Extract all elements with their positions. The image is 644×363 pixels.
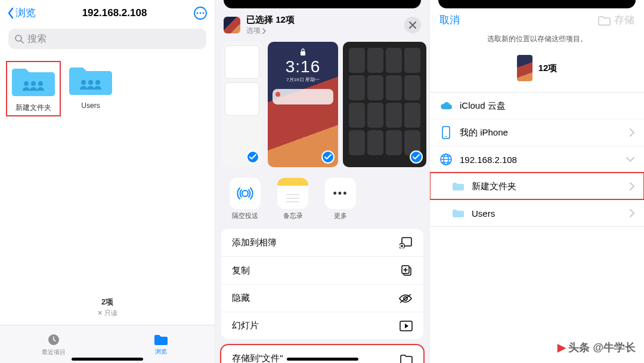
folder-icon — [451, 180, 465, 193]
chevron-down-icon — [626, 157, 634, 162]
watermark: ▶头条 @牛学长 — [558, 340, 636, 355]
svg-point-6 — [24, 81, 29, 86]
cloud-icon — [439, 99, 453, 112]
iphone-icon — [439, 126, 453, 139]
location-iphone[interactable]: 我的 iPhone — [430, 119, 644, 146]
action-copy[interactable]: 复制 — [221, 257, 423, 285]
globe-icon — [439, 153, 453, 166]
home-indicator[interactable] — [287, 358, 358, 361]
action-add-to-album[interactable]: 添加到相簿 — [221, 229, 423, 257]
svg-point-11 — [95, 80, 100, 85]
clock-icon — [47, 333, 61, 347]
svg-point-3 — [203, 12, 205, 14]
cancel-button[interactable]: 取消 — [439, 13, 460, 27]
selection-thumbnail — [224, 17, 240, 33]
more-icon: ••• — [325, 178, 356, 209]
chevron-right-icon — [630, 182, 634, 190]
location-users[interactable]: Users — [430, 199, 644, 226]
close-button[interactable] — [404, 17, 421, 33]
chevron-left-icon — [7, 7, 14, 19]
folder-shared-icon — [67, 63, 114, 98]
photo-thumbnail[interactable]: 3:16 7月19日 星期一 — [268, 42, 338, 167]
notch — [438, 0, 636, 8]
back-label: 浏览 — [16, 6, 36, 20]
share-sheet-title: 已选择 12项 — [246, 14, 398, 26]
search-input[interactable]: 搜索 — [8, 29, 206, 49]
svg-point-26 — [445, 136, 447, 137]
svg-line-23 — [400, 294, 411, 303]
folder-label: 新建文件夹 — [16, 103, 51, 112]
folder-label: Users — [81, 101, 100, 110]
svg-point-10 — [88, 80, 93, 85]
photo-thumbnail[interactable] — [343, 42, 426, 167]
album-add-icon — [400, 236, 413, 248]
svg-point-8 — [38, 81, 43, 86]
ellipsis-circle-icon — [193, 6, 208, 20]
options-button[interactable]: 选项 — [246, 26, 398, 36]
search-icon — [14, 34, 24, 44]
eye-slash-icon — [398, 293, 413, 304]
notes-icon — [277, 178, 308, 209]
copy-icon — [401, 264, 413, 276]
folder-icon — [153, 333, 169, 346]
svg-point-1 — [197, 12, 199, 14]
lockscreen-date: 7月19日 星期一 — [268, 76, 338, 83]
svg-point-9 — [81, 80, 86, 85]
action-slideshow[interactable]: 幻灯片 — [221, 312, 423, 339]
airdrop-icon — [230, 178, 261, 209]
save-button[interactable]: 存储 — [597, 13, 634, 27]
folder-shared-icon — [10, 64, 57, 99]
app-label: 隔空投送 — [232, 212, 258, 219]
lock-icon — [299, 48, 306, 56]
instruction-text: 选取新的位置以存储这些项目。 — [430, 29, 644, 50]
location-new-folder[interactable]: 新建文件夹 — [430, 173, 644, 199]
back-button[interactable]: 浏览 — [7, 6, 36, 20]
share-app-more[interactable]: ••• 更多 — [325, 178, 356, 220]
logo-icon: ▶ — [558, 342, 566, 353]
svg-rect-13 — [301, 51, 305, 56]
location-server[interactable]: 192.168.2.108 — [430, 146, 644, 173]
preview-thumbnail — [517, 55, 532, 81]
folder-icon — [451, 207, 465, 220]
location-icloud[interactable]: iCloud 云盘 — [430, 93, 644, 119]
notch — [224, 0, 421, 8]
preview-count: 12项 — [538, 63, 558, 74]
more-menu-button[interactable] — [193, 6, 208, 20]
folder-icon — [597, 15, 611, 26]
chevron-right-icon — [262, 28, 267, 34]
home-indicator[interactable] — [72, 358, 143, 361]
svg-point-7 — [31, 81, 36, 86]
tab-label: 最近项目 — [42, 348, 66, 356]
footer-status: 2项 ✕ 只读 — [0, 297, 215, 318]
svg-point-2 — [200, 12, 202, 14]
app-label: 更多 — [334, 212, 347, 219]
svg-point-14 — [242, 190, 248, 196]
app-label: 备忘录 — [283, 212, 303, 219]
chevron-right-icon — [630, 128, 634, 137]
page-title: 192.168.2.108 — [36, 7, 193, 19]
photo-thumbnail[interactable] — [221, 42, 263, 167]
search-placeholder: 搜索 — [27, 33, 47, 45]
svg-line-5 — [21, 41, 23, 43]
share-app-airdrop[interactable]: 隔空投送 — [230, 178, 261, 220]
close-icon — [409, 21, 416, 29]
lockscreen-time: 3:16 — [268, 57, 338, 76]
chevron-right-icon — [630, 209, 634, 217]
selection-check-icon — [246, 150, 259, 164]
selection-check-icon — [321, 150, 335, 164]
action-hide[interactable]: 隐藏 — [221, 285, 423, 312]
folder-icon — [400, 353, 413, 364]
selection-check-icon — [410, 150, 423, 164]
folder-new[interactable]: 新建文件夹 — [8, 63, 58, 114]
notification-card — [273, 89, 333, 104]
tab-label: 浏览 — [155, 347, 167, 356]
share-app-notes[interactable]: 备忘录 — [277, 178, 308, 220]
play-rect-icon — [400, 321, 413, 331]
folder-users[interactable]: Users — [67, 63, 114, 114]
